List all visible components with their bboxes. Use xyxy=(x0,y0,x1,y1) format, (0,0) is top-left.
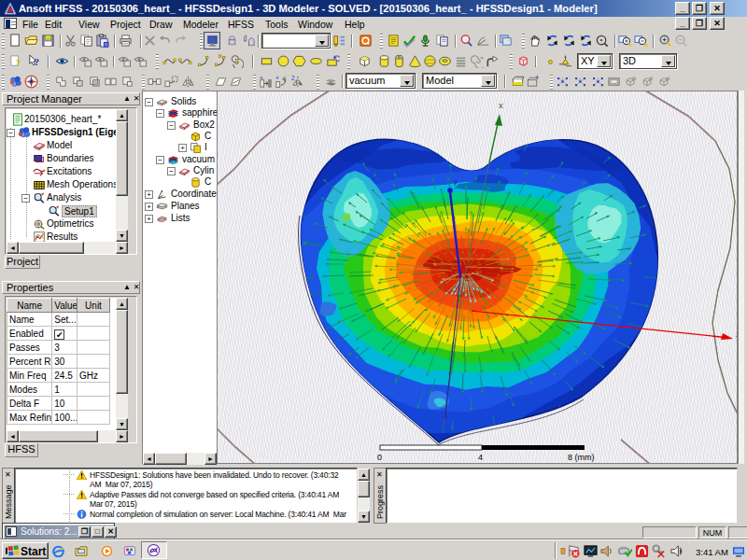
svg-text:0: 0 xyxy=(377,453,382,462)
svg-text:y: y xyxy=(454,177,458,186)
svg-text:?: ? xyxy=(35,56,40,67)
svg-text:4: 4 xyxy=(478,453,483,462)
svg-text:+: + xyxy=(535,75,539,80)
svg-text:x: x xyxy=(499,101,503,110)
svg-text:2: 2 xyxy=(291,75,295,81)
svg-text:?: ? xyxy=(16,57,21,68)
svg-text:8 (mm): 8 (mm) xyxy=(568,453,595,462)
svg-text:+: + xyxy=(275,75,279,81)
